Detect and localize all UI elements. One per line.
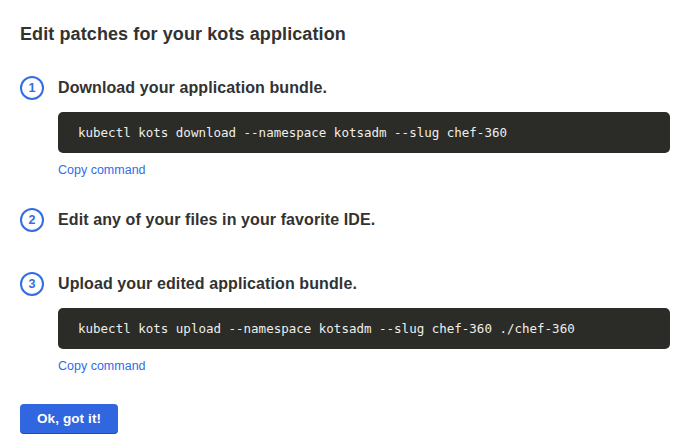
step-2-number-badge: 2 bbox=[20, 208, 44, 232]
edit-patches-modal: Edit patches for your kots application 1… bbox=[0, 0, 690, 434]
page-title: Edit patches for your kots application bbox=[20, 22, 670, 47]
step-2-content: Edit any of your files in your favorite … bbox=[58, 208, 670, 232]
step-download: 1 Download your application bundle. kube… bbox=[20, 76, 670, 178]
step-2-label: Edit any of your files in your favorite … bbox=[58, 208, 670, 232]
upload-command-snippet: kubectl kots upload --namespace kotsadm … bbox=[58, 308, 670, 349]
step-3-label: Upload your edited application bundle. bbox=[58, 272, 670, 296]
copy-upload-command-link[interactable]: Copy command bbox=[58, 359, 146, 374]
step-1-number-badge: 1 bbox=[20, 76, 44, 100]
step-edit: 2 Edit any of your files in your favorit… bbox=[20, 208, 670, 232]
download-command-snippet: kubectl kots download --namespace kotsad… bbox=[58, 112, 670, 153]
copy-download-command-link[interactable]: Copy command bbox=[58, 163, 146, 178]
step-3-number-badge: 3 bbox=[20, 272, 44, 296]
step-1-content: Download your application bundle. kubect… bbox=[58, 76, 670, 178]
step-2-number: 2 bbox=[29, 213, 36, 227]
step-1-number: 1 bbox=[29, 81, 36, 95]
ok-got-it-button[interactable]: Ok, got it! bbox=[20, 404, 118, 434]
step-3-number: 3 bbox=[29, 277, 36, 291]
step-3-content: Upload your edited application bundle. k… bbox=[58, 272, 670, 374]
step-upload: 3 Upload your edited application bundle.… bbox=[20, 272, 670, 374]
step-1-label: Download your application bundle. bbox=[58, 76, 670, 100]
